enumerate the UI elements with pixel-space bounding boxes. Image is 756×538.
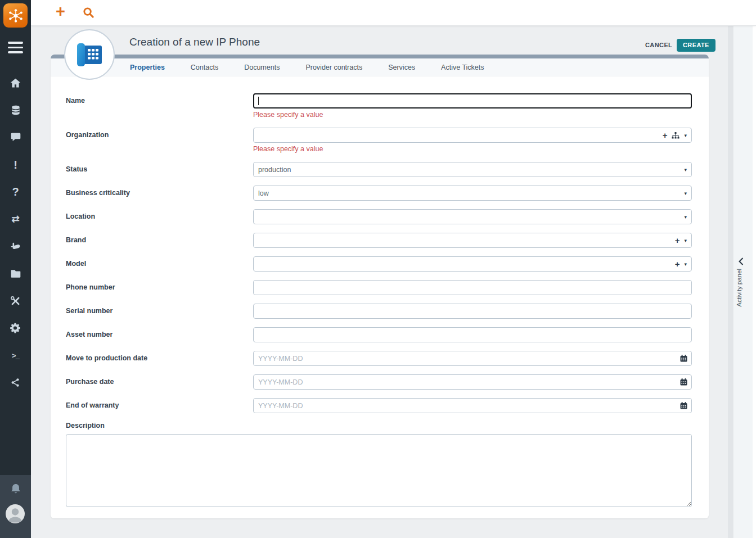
sidebar-item-home[interactable]	[0, 76, 31, 89]
serial-number-input[interactable]	[253, 304, 692, 319]
ip-phone-icon	[76, 43, 102, 66]
terminal-icon: >_	[12, 352, 19, 359]
chevron-down-icon[interactable]: ▾	[684, 167, 687, 173]
app-logo[interactable]	[3, 3, 28, 28]
tab-contacts[interactable]: Contacts	[191, 64, 218, 71]
sidebar-item-operations[interactable]	[0, 239, 31, 253]
calendar-icon[interactable]	[680, 378, 687, 386]
text-cursor	[258, 97, 259, 105]
status-select[interactable]: production ▾	[253, 162, 692, 177]
sidebar: ! ? ⇄	[0, 0, 31, 538]
chevron-down-icon[interactable]: ▾	[684, 191, 687, 196]
form-row-move-to-production-date: Move to production date	[66, 351, 692, 366]
tab-properties[interactable]: Properties	[130, 64, 165, 71]
name-label: Name	[66, 93, 253, 119]
person-icon	[6, 504, 25, 523]
sidebar-item-help[interactable]: ?	[0, 185, 31, 198]
model-select[interactable]: + ▾	[253, 256, 692, 272]
add-organization-icon[interactable]: +	[663, 131, 668, 139]
form-row-serial-number: Serial number	[66, 304, 692, 319]
add-model-icon[interactable]: +	[675, 260, 680, 268]
location-label: Location	[66, 209, 253, 224]
name-error: Please specify a value	[253, 110, 692, 119]
page-scrollbar[interactable]	[728, 25, 733, 538]
tab-active-tickets[interactable]: Active Tickets	[441, 64, 484, 71]
business-criticality-select[interactable]: low ▾	[253, 186, 692, 201]
name-input[interactable]	[253, 93, 692, 108]
properties-form: Name Please specify a value Organization…	[51, 76, 709, 509]
create-button[interactable]: CREATE	[677, 39, 716, 52]
sidebar-item-chat[interactable]	[0, 130, 31, 144]
description-textarea[interactable]	[66, 434, 692, 507]
global-search-button[interactable]	[83, 7, 94, 21]
form-row-name: Name Please specify a value	[66, 93, 692, 119]
form-row-organization: Organization + ▾ Please specify a value	[66, 128, 692, 153]
object-header-bar	[51, 55, 709, 58]
hierarchy-icon[interactable]	[672, 132, 680, 139]
form-row-brand: Brand + ▾	[66, 233, 692, 248]
sidebar-item-exchange[interactable]: ⇄	[0, 213, 31, 226]
tab-documents[interactable]: Documents	[244, 64, 280, 71]
sidebar-item-alerts[interactable]: !	[0, 158, 31, 171]
search-icon	[83, 7, 94, 19]
status-value: production	[258, 166, 291, 174]
end-of-warranty-label: End of warranty	[66, 398, 253, 413]
location-select[interactable]: ▾	[253, 209, 692, 224]
activity-panel-edge	[753, 25, 756, 538]
itop-logo-icon	[8, 8, 24, 24]
quick-create-button[interactable]: +	[56, 2, 65, 21]
move-to-production-date-input[interactable]	[253, 351, 692, 366]
form-row-status: Status production ▾	[66, 162, 692, 177]
notifications-button[interactable]	[10, 483, 22, 499]
user-avatar[interactable]	[6, 504, 25, 523]
top-bar: +	[31, 0, 756, 26]
asset-number-label: Asset number	[66, 327, 253, 342]
end-of-warranty-input[interactable]	[253, 398, 692, 413]
business-criticality-value: low	[258, 189, 269, 197]
chevron-down-icon[interactable]: ▾	[684, 214, 687, 220]
chevron-down-icon[interactable]: ▾	[684, 133, 687, 138]
asset-number-input[interactable]	[253, 327, 692, 342]
activity-panel-collapsed[interactable]: Activity panel	[733, 25, 756, 538]
chevron-down-icon[interactable]: ▾	[684, 238, 687, 243]
bell-icon	[10, 483, 22, 496]
hand-icon	[10, 241, 21, 252]
object-class-medallion	[64, 29, 115, 80]
form-row-asset-number: Asset number	[66, 327, 692, 342]
chevron-down-icon[interactable]: ▾	[684, 261, 687, 267]
folder-icon	[10, 268, 21, 279]
model-label: Model	[66, 256, 253, 272]
form-row-phone-number: Phone number	[66, 280, 692, 295]
form-row-model: Model + ▾	[66, 256, 692, 272]
sidebar-item-console[interactable]: >_	[0, 349, 31, 362]
gear-icon	[10, 322, 21, 334]
form-row-business-criticality: Business criticality low ▾	[66, 186, 692, 201]
sidebar-item-admin-tools[interactable]	[0, 294, 31, 308]
sidebar-item-data[interactable]	[0, 103, 31, 117]
cancel-button[interactable]: CANCEL	[645, 42, 672, 48]
calendar-icon[interactable]	[680, 402, 687, 409]
purchase-date-input[interactable]	[253, 374, 692, 390]
sidebar-item-settings[interactable]	[0, 322, 31, 335]
phone-number-label: Phone number	[66, 280, 253, 295]
sidebar-user-section	[0, 475, 31, 538]
brand-label: Brand	[66, 233, 253, 248]
database-icon	[10, 105, 21, 116]
sidebar-item-share[interactable]	[0, 376, 31, 390]
sidebar-nav: ! ? ⇄	[0, 76, 31, 403]
brand-select[interactable]: + ▾	[253, 233, 692, 248]
sidebar-item-documents[interactable]	[0, 267, 31, 281]
calendar-icon[interactable]	[680, 355, 687, 362]
chat-icon	[10, 132, 21, 143]
phone-number-input[interactable]	[253, 280, 692, 295]
menu-icon[interactable]	[8, 42, 23, 56]
tab-provider-contracts[interactable]: Provider contracts	[305, 64, 362, 71]
add-brand-icon[interactable]: +	[675, 236, 680, 245]
chevron-left-icon[interactable]	[738, 257, 744, 268]
home-icon	[10, 77, 21, 89]
page-title: Creation of a new IP Phone	[129, 36, 260, 48]
organization-input[interactable]: + ▾	[253, 128, 692, 143]
tab-services[interactable]: Services	[388, 64, 415, 71]
business-criticality-label: Business criticality	[66, 186, 253, 201]
move-to-production-date-label: Move to production date	[66, 351, 253, 366]
